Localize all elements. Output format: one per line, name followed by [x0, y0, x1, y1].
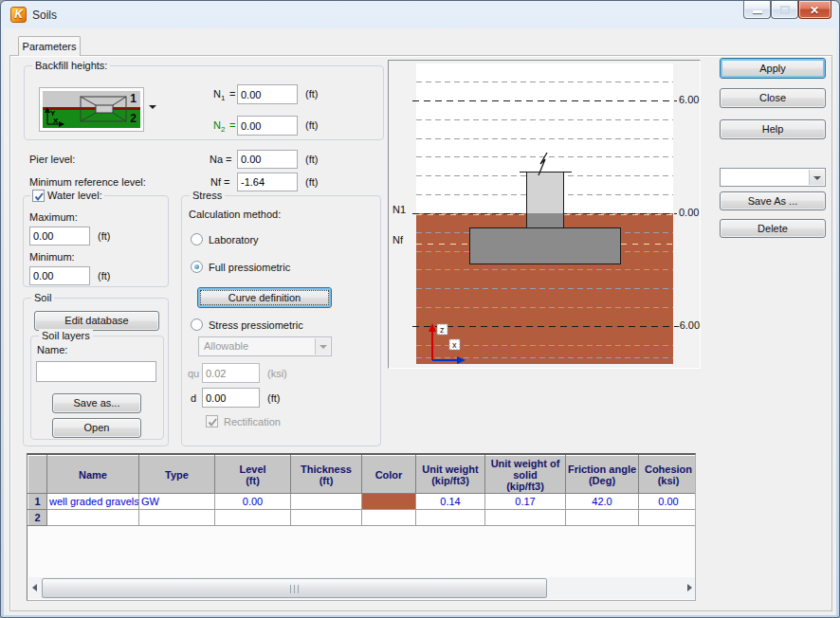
- allowable-select[interactable]: Allowable: [198, 336, 332, 356]
- d-label: d: [191, 392, 196, 404]
- scroll-left-icon: [32, 584, 37, 591]
- cell-unit-weight[interactable]: 0.14: [416, 494, 485, 510]
- cell-name[interactable]: [47, 510, 139, 526]
- cell-level[interactable]: 0.00: [215, 494, 291, 510]
- backfill-heights-legend: Backfill heights:: [32, 60, 110, 72]
- close-icon: ✕: [810, 4, 819, 17]
- backfill-style-dropdown[interactable]: [149, 105, 156, 109]
- table-row: 1 well graded gravels GW 0.00 0.14 0.17 …: [28, 494, 697, 510]
- minimize-button[interactable]: [743, 1, 771, 19]
- axis-x-label: x: [452, 340, 457, 350]
- col-thickness: Thickness (ft): [291, 456, 362, 494]
- full-pressiometric-label[interactable]: Full pressiometric: [209, 262, 290, 273]
- laboratory-label[interactable]: Laboratory: [209, 234, 259, 245]
- open-layer-button[interactable]: Open: [52, 418, 141, 438]
- scroll-right-button[interactable]: [683, 577, 696, 599]
- curve-definition-button[interactable]: Curve definition: [197, 287, 332, 308]
- soil-layers-legend: Soil layers: [39, 330, 93, 342]
- zone2-number: 2: [130, 113, 137, 124]
- delete-button[interactable]: Delete: [720, 219, 826, 238]
- scroll-left-button[interactable]: [28, 577, 42, 599]
- cell-friction-angle[interactable]: [566, 510, 639, 526]
- gridline: [416, 288, 673, 289]
- scrollbar-grip-icon: [290, 585, 301, 593]
- cell-unit-weight[interactable]: [416, 510, 485, 526]
- col-type: Type: [139, 456, 215, 494]
- layer-name-input[interactable]: [36, 361, 156, 382]
- color-swatch-cell-empty[interactable]: [362, 510, 416, 526]
- edit-database-button[interactable]: Edit database: [34, 311, 159, 331]
- help-button[interactable]: Help: [720, 119, 826, 139]
- stress-pressiometric-label[interactable]: Stress pressiometric: [209, 319, 303, 331]
- stress-pressiometric-radio[interactable]: [191, 318, 203, 331]
- water-min-input[interactable]: [29, 266, 90, 285]
- water-level-toggle[interactable]: Water level:: [30, 190, 104, 202]
- n1-equals: =: [229, 88, 235, 100]
- gridline: [416, 138, 673, 139]
- cell-unit-weight-solid[interactable]: 0.17: [485, 494, 566, 510]
- maximize-button[interactable]: [771, 1, 798, 19]
- cell-level[interactable]: [215, 510, 291, 526]
- title-bar[interactable]: K Soils ✕: [1, 1, 839, 28]
- full-pressiometric-radio[interactable]: [191, 261, 203, 273]
- cell-cohesion[interactable]: [639, 510, 697, 526]
- check-icon: [207, 416, 219, 428]
- d-input[interactable]: [202, 388, 260, 408]
- level-0-label: 0.00: [679, 207, 699, 218]
- cell-cohesion[interactable]: 0.00: [639, 494, 697, 510]
- row-number[interactable]: 1: [28, 494, 47, 510]
- pier-stem-above-ground: [526, 173, 564, 213]
- preset-arrow[interactable]: [809, 170, 824, 185]
- water-level-checkbox[interactable]: [32, 190, 45, 202]
- cell-thickness[interactable]: [291, 510, 362, 526]
- rectification-checkbox[interactable]: [206, 415, 218, 427]
- gridline: [412, 100, 677, 101]
- gridline: [416, 269, 673, 270]
- tab-parameters[interactable]: Parameters: [18, 36, 81, 56]
- chevron-down-icon: [149, 105, 156, 109]
- window-title: Soils: [32, 9, 57, 22]
- col-unit-weight: Unit weight (kip/ft3): [416, 456, 485, 494]
- cell-unit-weight-solid[interactable]: [485, 510, 566, 526]
- nf-input[interactable]: [237, 173, 298, 191]
- cell-friction-angle[interactable]: 42.0: [566, 494, 639, 510]
- scrollbar-thumb[interactable]: [42, 578, 547, 598]
- n2-input[interactable]: [237, 116, 298, 136]
- save-as-layer-button[interactable]: Save as...: [52, 393, 141, 413]
- qu-input[interactable]: [202, 363, 260, 383]
- table-header-row: Name Type Level (ft) Thickness (ft) Colo…: [28, 456, 697, 494]
- apply-button[interactable]: Apply: [720, 58, 826, 79]
- rectification-label[interactable]: Rectification: [224, 416, 281, 427]
- gridline: [416, 82, 673, 82]
- backfill-style-preview[interactable]: Y X 1 2: [39, 87, 144, 132]
- na-input[interactable]: [237, 150, 298, 169]
- col-level: Level (ft): [215, 456, 291, 494]
- diagram-n1-label: N1: [393, 204, 406, 215]
- cell-type[interactable]: GW: [139, 494, 215, 510]
- laboratory-radio[interactable]: [191, 233, 203, 245]
- water-level-label: Water level:: [47, 190, 102, 201]
- axis-z-label: z: [440, 325, 445, 335]
- close-button[interactable]: ✕: [798, 1, 831, 19]
- cell-thickness[interactable]: [291, 494, 362, 510]
- stress-legend: Stress: [190, 190, 225, 202]
- n1-input[interactable]: [237, 84, 298, 104]
- check-icon: [33, 191, 46, 203]
- allowable-value: Allowable: [204, 340, 248, 352]
- maximum-label: Maximum:: [29, 211, 78, 223]
- row-number[interactable]: 2: [28, 510, 47, 526]
- table-row: 2: [28, 510, 697, 526]
- soil-legend: Soil: [31, 292, 54, 304]
- horizontal-scrollbar[interactable]: [28, 577, 696, 599]
- preset-combobox[interactable]: [720, 168, 826, 187]
- cell-type[interactable]: [139, 510, 215, 526]
- save-as-button[interactable]: Save As ...: [720, 191, 826, 210]
- n1-unit: (ft): [305, 88, 318, 100]
- gridline: [416, 119, 673, 120]
- water-max-input[interactable]: [29, 227, 90, 245]
- break-symbol-icon: [531, 152, 552, 176]
- close-dialog-button[interactable]: Close: [720, 88, 826, 108]
- color-swatch-cell[interactable]: [362, 494, 416, 510]
- cell-name[interactable]: well graded gravels: [47, 494, 139, 510]
- d-unit: (ft): [267, 392, 280, 404]
